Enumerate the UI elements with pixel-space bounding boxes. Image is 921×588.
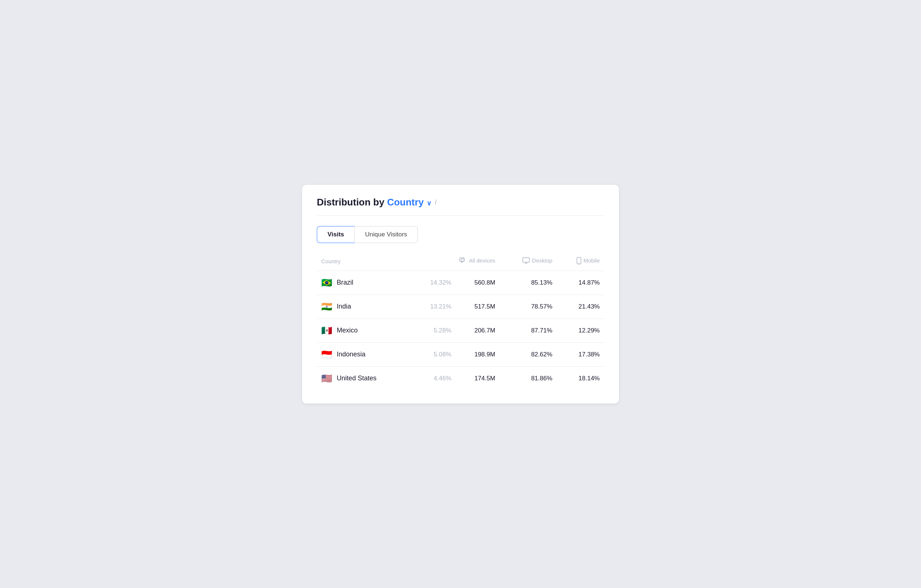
col-all-devices: All devices	[412, 253, 500, 271]
country-cell-1: 🇮🇳 India	[317, 294, 412, 318]
desktop-3: 82.62%	[500, 343, 557, 366]
col-mobile: Mobile	[557, 253, 604, 271]
table-row: 🇺🇸 United States 4.46% 174.5M 81.86% 18.…	[317, 366, 604, 390]
table-row: 🇮🇩 Indonesia 5.08% 198.9M 82.62% 17.38%	[317, 343, 604, 366]
flag-3: 🇮🇩	[321, 350, 332, 359]
tab-unique-visitors[interactable]: Unique Visitors	[355, 226, 418, 243]
desktop-2: 87.71%	[500, 318, 557, 343]
flag-0: 🇧🇷	[321, 278, 332, 287]
country-name-3: Indonesia	[337, 351, 365, 358]
desktop-0: 85.13%	[500, 271, 557, 294]
svg-rect-1	[461, 259, 464, 262]
mobile-4: 18.14%	[557, 366, 604, 390]
all-devices-val-0: 560.8M	[456, 271, 500, 294]
info-icon[interactable]: i	[435, 198, 436, 206]
distribution-card: Distribution by Country ∨ i Visits Uniqu…	[302, 185, 619, 404]
mobile-1: 21.43%	[557, 294, 604, 318]
col-desktop: Desktop	[500, 253, 557, 271]
all-devices-val-4: 174.5M	[456, 366, 500, 390]
svg-rect-4	[523, 258, 529, 262]
title-highlight: Country	[387, 197, 424, 208]
desktop-icon	[522, 257, 530, 264]
desktop-1: 78.57%	[500, 294, 557, 318]
table-row: 🇮🇳 India 13.21% 517.5M 78.57% 21.43%	[317, 294, 604, 318]
title-prefix: Distribution by	[317, 197, 384, 208]
all-devices-pct-4: 4.46%	[412, 366, 456, 390]
all-devices-pct-2: 5.28%	[412, 318, 456, 343]
table-row: 🇧🇷 Brazil 14.32% 560.8M 85.13% 14.87%	[317, 271, 604, 294]
country-cell-2: 🇲🇽 Mexico	[317, 318, 412, 343]
all-devices-val-3: 198.9M	[456, 343, 500, 366]
all-devices-pct-3: 5.08%	[412, 343, 456, 366]
all-devices-val-2: 206.7M	[456, 318, 500, 343]
country-table: Country All devices	[317, 253, 604, 390]
country-cell-4: 🇺🇸 United States	[317, 366, 412, 390]
svg-rect-0	[460, 258, 464, 262]
tab-visits[interactable]: Visits	[317, 226, 355, 243]
table-header-row: Country All devices	[317, 253, 604, 271]
country-name-1: India	[337, 303, 351, 310]
table-body: 🇧🇷 Brazil 14.32% 560.8M 85.13% 14.87% 🇮🇳…	[317, 271, 604, 390]
country-cell-0: 🇧🇷 Brazil	[317, 271, 412, 294]
table-row: 🇲🇽 Mexico 5.28% 206.7M 87.71% 12.29%	[317, 318, 604, 343]
svg-point-8	[578, 263, 579, 263]
flag-1: 🇮🇳	[321, 302, 332, 311]
all-devices-pct-0: 14.32%	[412, 271, 456, 294]
mobile-3: 17.38%	[557, 343, 604, 366]
flag-4: 🇺🇸	[321, 374, 332, 383]
country-cell-3: 🇮🇩 Indonesia	[317, 343, 412, 366]
card-title: Distribution by Country ∨	[317, 197, 431, 208]
all-devices-val-1: 517.5M	[456, 294, 500, 318]
country-name-0: Brazil	[337, 279, 353, 286]
all-devices-pct-1: 13.21%	[412, 294, 456, 318]
country-name-2: Mexico	[337, 326, 358, 334]
desktop-4: 81.86%	[500, 366, 557, 390]
card-header: Distribution by Country ∨ i	[317, 197, 604, 216]
mobile-0: 14.87%	[557, 271, 604, 294]
country-name-4: United States	[337, 374, 376, 382]
tab-group: Visits Unique Visitors	[317, 226, 604, 243]
all-devices-icon	[459, 257, 467, 264]
col-country: Country	[317, 253, 412, 271]
chevron-down-icon[interactable]: ∨	[426, 200, 431, 207]
mobile-icon	[576, 257, 581, 264]
flag-2: 🇲🇽	[321, 326, 332, 335]
mobile-2: 12.29%	[557, 318, 604, 343]
